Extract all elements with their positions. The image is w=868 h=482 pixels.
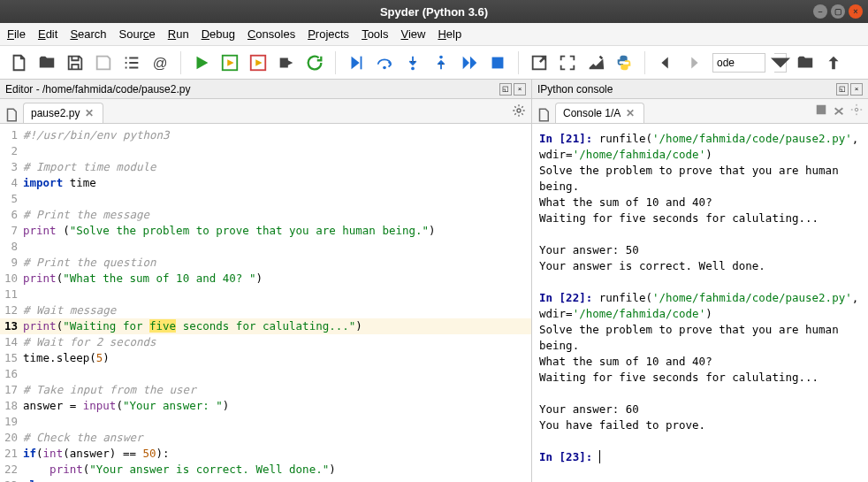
menu-source[interactable]: Source [119, 27, 156, 41]
ipython-console[interactable]: In [21]: runfile('/home/fahmida/code/pau… [532, 124, 868, 482]
code-line[interactable]: 2 [0, 143, 531, 159]
preferences-icon[interactable] [586, 53, 605, 73]
menu-projects[interactable]: Projects [308, 27, 349, 41]
file-browser-icon[interactable] [4, 107, 19, 123]
menu-tools[interactable]: Tools [362, 27, 388, 41]
list-icon[interactable] [122, 53, 141, 73]
console-tab-close-icon[interactable]: ✕ [626, 107, 635, 119]
code-line[interactable]: 5 [0, 191, 531, 207]
run-cell-icon[interactable] [220, 53, 240, 73]
console-output-line: Solve the problem to prove that you are … [539, 322, 861, 354]
console-tab[interactable]: Console 1/A ✕ [555, 103, 644, 123]
rerun-icon[interactable] [305, 53, 324, 73]
editor-tab-close-icon[interactable]: ✕ [85, 107, 94, 119]
code-line[interactable]: 3# Import time module [0, 159, 531, 175]
menu-edit[interactable]: Edit [38, 27, 57, 41]
close-button[interactable]: × [849, 4, 863, 19]
console-prompt[interactable]: In [23]: [539, 449, 861, 465]
console-close-button[interactable]: × [850, 83, 863, 96]
window-controls: – ▢ × [813, 4, 863, 19]
svg-text:@: @ [153, 54, 168, 70]
console-output-line: You have failed to prove. [539, 417, 861, 433]
minimize-button[interactable]: – [813, 4, 827, 19]
line-number: 6 [0, 207, 23, 223]
python-icon[interactable] [614, 53, 634, 73]
menu-view[interactable]: View [400, 27, 425, 41]
working-dir-input[interactable] [712, 53, 765, 73]
line-number: 7 [0, 223, 23, 239]
save-all-icon[interactable] [94, 53, 113, 73]
code-line[interactable]: 16 [0, 366, 531, 382]
menu-consoles[interactable]: Consoles [247, 27, 295, 41]
console-output-line: Your answer: 60 [539, 402, 861, 417]
code-line[interactable]: 20# Check the answer [0, 430, 531, 446]
code-line[interactable]: 22 print("Your answer is correct. Well d… [0, 462, 531, 478]
console-clear-icon[interactable] [833, 103, 845, 116]
code-line[interactable]: 4import time [0, 175, 531, 191]
editor-tabbar: pause2.py ✕ [0, 99, 531, 124]
menu-run[interactable]: Run [168, 27, 189, 41]
code-line[interactable]: 21if(int(answer) == 50): [0, 446, 531, 462]
editor-undock-button[interactable]: ◱ [499, 83, 512, 96]
save-icon[interactable] [65, 53, 85, 73]
code-line[interactable]: 1#!/usr/bin/env python3 [0, 127, 531, 143]
maximize-button[interactable]: ▢ [831, 4, 845, 19]
console-options-icon[interactable] [850, 103, 863, 116]
code-line[interactable]: 19 [0, 414, 531, 430]
menu-file[interactable]: File [7, 27, 26, 41]
editor-options-icon[interactable] [512, 103, 526, 118]
console-input-line: In [21]: runfile('/home/fahmida/code/pau… [539, 131, 861, 163]
editor-tab[interactable]: pause2.py ✕ [23, 103, 103, 123]
editor-close-button[interactable]: × [514, 83, 526, 96]
run-selection-icon[interactable] [277, 53, 296, 73]
debug-run-icon[interactable] [346, 53, 366, 73]
fullscreen-icon[interactable] [558, 53, 577, 73]
back-icon[interactable] [656, 53, 675, 73]
step-out-icon[interactable] [431, 53, 451, 73]
console-undock-button[interactable]: ◱ [836, 83, 849, 96]
line-number: 2 [0, 143, 23, 159]
open-file-icon[interactable] [37, 53, 57, 73]
line-number: 5 [0, 191, 23, 207]
menu-search[interactable]: Search [70, 27, 106, 41]
forward-icon[interactable] [684, 53, 704, 73]
code-line[interactable]: 12# Wait message [0, 302, 531, 318]
code-line[interactable]: 9# Print the question [0, 255, 531, 271]
console-output-line: Your answer: 50 [539, 242, 861, 258]
console-tabbar: Console 1/A ✕ [532, 99, 868, 124]
step-over-icon[interactable] [375, 53, 394, 73]
run-icon[interactable] [192, 53, 211, 73]
code-line[interactable]: 11 [0, 287, 531, 302]
code-line[interactable]: 13print("Waiting for five seconds for ca… [0, 318, 531, 334]
code-line[interactable]: 8 [0, 239, 531, 255]
console-output-line [539, 386, 861, 402]
editor-pane-header: Editor - /home/fahmida/code/pause2.py ◱ … [0, 80, 531, 99]
step-into-icon[interactable] [403, 53, 423, 73]
code-line[interactable]: 6# Print the message [0, 207, 531, 223]
code-line[interactable]: 17# Take input from the user [0, 382, 531, 398]
line-number: 11 [0, 287, 23, 302]
maximize-pane-icon[interactable] [529, 53, 549, 73]
menu-help[interactable]: Help [438, 27, 461, 41]
run-cell-advance-icon[interactable] [248, 53, 268, 73]
new-file-icon[interactable] [9, 53, 28, 73]
code-line[interactable]: 23else: [0, 478, 531, 482]
menu-bar: File Edit Search Source Run Debug Consol… [0, 23, 868, 46]
menu-debug[interactable]: Debug [202, 27, 235, 41]
code-editor[interactable]: 1#!/usr/bin/env python323# Import time m… [0, 124, 531, 482]
working-dir-dropdown[interactable] [774, 53, 787, 73]
code-line[interactable]: 18answer = input("Your answer: ") [0, 398, 531, 414]
console-pane-title: IPython console [537, 83, 613, 96]
code-line[interactable]: 15time.sleep(5) [0, 350, 531, 366]
at-icon[interactable]: @ [150, 53, 170, 73]
continue-icon[interactable] [460, 53, 479, 73]
stop-icon[interactable] [488, 53, 507, 73]
code-line[interactable]: 7print ("Solve the problem to prove that… [0, 223, 531, 239]
browse-folder-icon[interactable] [796, 53, 815, 73]
code-line[interactable]: 14# Wait for 2 seconds [0, 334, 531, 350]
console-list-icon[interactable] [536, 107, 552, 123]
code-line[interactable]: 10print("What the sum of 10 and 40? ") [0, 271, 531, 287]
line-number: 22 [0, 462, 23, 478]
parent-dir-icon[interactable] [824, 53, 843, 73]
console-stop-icon[interactable] [815, 103, 827, 116]
